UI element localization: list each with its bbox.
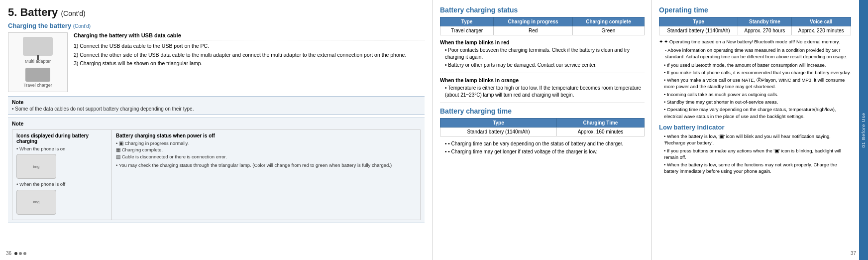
note-box-1: Note • Some of the data cables do not su… — [8, 96, 425, 115]
side-tab: 01 Before Use — [859, 0, 868, 260]
travel-charger-label: Travel charger — [23, 83, 52, 88]
icons-right-item-2: ▧ Cable is disconnected or there is conn… — [116, 153, 416, 160]
note-text-1: • Some of the data cables do not support… — [12, 106, 421, 112]
note-box-2: Note Icons displayed during battery char… — [8, 118, 425, 223]
note-title-2: Note — [12, 121, 421, 127]
blink-red-item-0: Poor contacts between the charging termi… — [445, 47, 645, 61]
page-number-left: 36 — [6, 251, 26, 256]
op-time-table: Type Standby time Voice call Standard ba… — [659, 17, 851, 35]
middle-panel: Battery charging status Type Charging in… — [433, 0, 652, 260]
charging-image-box: Multi adapter Travel charger — [8, 32, 68, 92]
section-title-charging: Charging the battery (Cont'd) — [8, 22, 425, 29]
right-panel: Operating time Type Standby time Voice c… — [652, 0, 868, 260]
divider-2 — [440, 103, 645, 103]
phone-off-image: img — [16, 190, 56, 215]
divider-1 — [440, 73, 645, 73]
table-cell: Green — [572, 26, 644, 35]
table-cell: Approx. 160 minutes — [556, 128, 644, 136]
travel-charger-icon — [25, 68, 50, 82]
op-note-1: - Above information on operating time wa… — [665, 47, 861, 60]
op-col-standby: Standby time — [738, 17, 792, 26]
charging-steps: Charging the battery with USB data cable… — [74, 32, 425, 92]
table-cell: Approx. 270 hours — [738, 26, 792, 35]
col-type: Type — [440, 17, 494, 26]
charging-content: Multi adapter Travel charger Charging th… — [8, 32, 425, 92]
charging-status-title: Battery charging status — [440, 6, 645, 14]
icons-left-title: Icons displayed during battery charging — [16, 133, 108, 144]
op-bullet-4: Standby time may get shorter in out-of-s… — [664, 99, 861, 105]
icons-when-off: • When the phone is off — [16, 181, 108, 187]
icons-note-inner: Icons displayed during battery charging … — [12, 130, 420, 220]
page-number-right: 37 — [851, 251, 856, 256]
op-bullet-1: If you make lots of phone calls, it is r… — [664, 69, 861, 76]
page-dots — [14, 252, 26, 255]
blink-red-item-1: Battery or other parts may be damaged. C… — [445, 62, 645, 69]
blink-orange-item-0: Temperature is either too high or too lo… — [445, 85, 645, 99]
low-battery-bullet-1: If you press buttons or make any actions… — [664, 147, 861, 161]
table-cell: Standard battery (1140mAh) — [440, 128, 557, 136]
icons-right-title: Battery charging status when power is of… — [116, 133, 416, 138]
low-battery-bullet-2: When the battery is low, some of the fun… — [664, 161, 861, 175]
icons-note-box: Icons displayed during battery charging … — [12, 130, 421, 220]
op-note-0: ✦✦ Operating time based on a New battery… — [659, 38, 861, 45]
note-title-1: Note — [12, 99, 421, 105]
col-in-progress: Charging in progress — [494, 17, 573, 26]
operating-time-title: Operating time — [659, 6, 861, 14]
table-cell: Approx. 220 minutes — [791, 26, 851, 35]
blink-red-title: When the lamp blinks in red — [440, 39, 645, 45]
charging-time-table: Type Charging Time Standard battery (114… — [440, 118, 645, 136]
time-col-type: Type — [440, 119, 557, 128]
dot-1 — [14, 252, 17, 255]
dot-3 — [23, 252, 26, 255]
op-col-type: Type — [659, 17, 738, 26]
multi-adapter-icon — [23, 37, 53, 56]
op-bullet-0: If you used Bluetooth mode, the amount o… — [664, 62, 861, 68]
icons-right-item-3: • You may check the charging status thro… — [116, 162, 416, 168]
icons-when-on: • When the phone is on — [16, 145, 108, 152]
table-cell: Travel charger — [440, 26, 494, 35]
op-symbol: ✦ — [659, 39, 663, 44]
step-3: 3) Charging status will be shown on the … — [74, 60, 425, 67]
time-col-charging-time: Charging Time — [556, 119, 644, 128]
step-2: 2) Connect the other side of the USB dat… — [74, 51, 425, 59]
left-panel: 5. Battery (Cont'd) Charging the battery… — [0, 0, 433, 260]
step-1: 1) Connect the USB data cable to the USB… — [74, 42, 425, 50]
op-bullet-5: Operating time may vary depending on the… — [664, 106, 861, 120]
side-tab-text: 01 Before Use — [861, 113, 866, 148]
table-cell: Standard battery (1140mAh) — [659, 26, 738, 35]
dot-2 — [19, 252, 22, 255]
low-battery-bullet-0: When the battery is low, '▣' icon will b… — [664, 133, 861, 146]
col-complete: Charging complete — [572, 17, 644, 26]
op-bullet-3: Incoming calls take as much power as out… — [664, 91, 861, 98]
table-cell: Red — [494, 26, 573, 35]
charging-status-table: Type Charging in progress Charging compl… — [440, 17, 645, 35]
op-bullet-2: When you make a voice call or use NATE, … — [664, 77, 861, 90]
icons-right: Battery charging status when power is of… — [112, 130, 420, 220]
icons-right-item-1: ▦ Charging complete. — [116, 146, 416, 153]
charging-time-title: Battery charging time — [440, 107, 645, 115]
main-title: 5. Battery (Cont'd) — [8, 6, 425, 19]
charging-note-0: • Charging time can be vary depending on… — [445, 140, 645, 147]
blink-orange-title: When the lamp blinks in orange — [440, 77, 645, 83]
charging-note-1: • Charging time may get longer if rated … — [445, 148, 645, 155]
op-col-voice: Voice call — [791, 17, 851, 26]
icons-left: Icons displayed during battery charging … — [12, 130, 112, 220]
icons-right-item-0: • ▣ Charging in progress normally. — [116, 140, 416, 146]
phone-on-image: img — [16, 154, 56, 179]
steps-title: Charging the battery with USB data cable — [74, 32, 425, 40]
low-battery-title: Low battery indicator — [659, 124, 861, 131]
